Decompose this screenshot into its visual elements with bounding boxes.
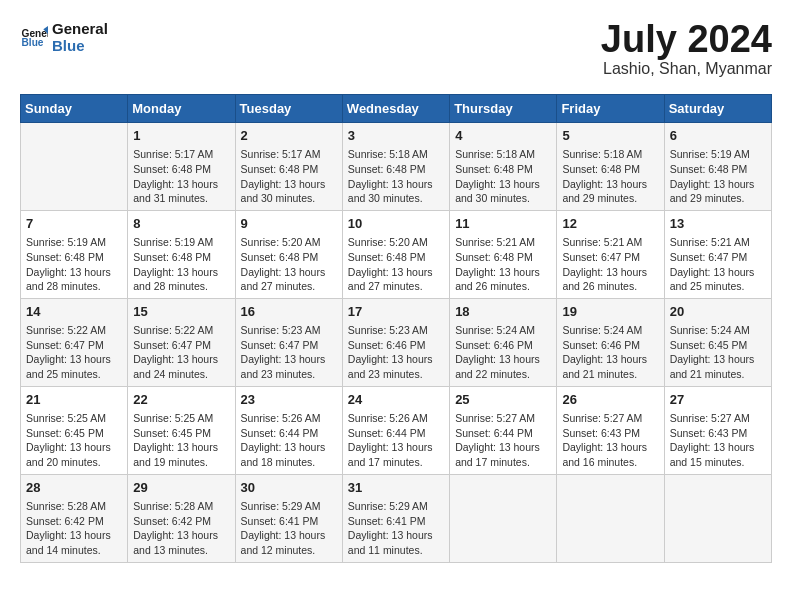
day-number: 15 [133,303,229,321]
day-info: Sunrise: 5:18 AMSunset: 6:48 PMDaylight:… [562,147,658,206]
calendar-table: SundayMondayTuesdayWednesdayThursdayFrid… [20,94,772,563]
day-info: Sunrise: 5:19 AMSunset: 6:48 PMDaylight:… [133,235,229,294]
day-info: Sunrise: 5:19 AMSunset: 6:48 PMDaylight:… [26,235,122,294]
day-number: 22 [133,391,229,409]
day-info: Sunrise: 5:28 AMSunset: 6:42 PMDaylight:… [133,499,229,558]
col-header-wednesday: Wednesday [342,95,449,123]
col-header-sunday: Sunday [21,95,128,123]
calendar-cell: 31Sunrise: 5:29 AMSunset: 6:41 PMDayligh… [342,474,449,562]
logo-icon: General Blue [20,23,48,51]
day-info: Sunrise: 5:27 AMSunset: 6:43 PMDaylight:… [562,411,658,470]
day-number: 4 [455,127,551,145]
day-info: Sunrise: 5:17 AMSunset: 6:48 PMDaylight:… [133,147,229,206]
day-number: 1 [133,127,229,145]
day-number: 12 [562,215,658,233]
day-number: 10 [348,215,444,233]
day-info: Sunrise: 5:24 AMSunset: 6:46 PMDaylight:… [562,323,658,382]
day-info: Sunrise: 5:29 AMSunset: 6:41 PMDaylight:… [348,499,444,558]
day-info: Sunrise: 5:18 AMSunset: 6:48 PMDaylight:… [455,147,551,206]
day-info: Sunrise: 5:21 AMSunset: 6:47 PMDaylight:… [670,235,766,294]
day-number: 31 [348,479,444,497]
day-info: Sunrise: 5:25 AMSunset: 6:45 PMDaylight:… [26,411,122,470]
calendar-cell [664,474,771,562]
day-info: Sunrise: 5:23 AMSunset: 6:47 PMDaylight:… [241,323,337,382]
day-info: Sunrise: 5:19 AMSunset: 6:48 PMDaylight:… [670,147,766,206]
calendar-cell: 1Sunrise: 5:17 AMSunset: 6:48 PMDaylight… [128,123,235,211]
day-number: 3 [348,127,444,145]
calendar-cell: 12Sunrise: 5:21 AMSunset: 6:47 PMDayligh… [557,210,664,298]
col-header-saturday: Saturday [664,95,771,123]
calendar-cell: 25Sunrise: 5:27 AMSunset: 6:44 PMDayligh… [450,386,557,474]
calendar-cell: 8Sunrise: 5:19 AMSunset: 6:48 PMDaylight… [128,210,235,298]
day-info: Sunrise: 5:25 AMSunset: 6:45 PMDaylight:… [133,411,229,470]
col-header-tuesday: Tuesday [235,95,342,123]
calendar-cell: 16Sunrise: 5:23 AMSunset: 6:47 PMDayligh… [235,298,342,386]
calendar-cell: 7Sunrise: 5:19 AMSunset: 6:48 PMDaylight… [21,210,128,298]
day-number: 6 [670,127,766,145]
calendar-cell: 21Sunrise: 5:25 AMSunset: 6:45 PMDayligh… [21,386,128,474]
day-number: 9 [241,215,337,233]
month-title: July 2024 [601,20,772,58]
calendar-cell: 13Sunrise: 5:21 AMSunset: 6:47 PMDayligh… [664,210,771,298]
day-number: 2 [241,127,337,145]
calendar-cell: 23Sunrise: 5:26 AMSunset: 6:44 PMDayligh… [235,386,342,474]
calendar-cell: 3Sunrise: 5:18 AMSunset: 6:48 PMDaylight… [342,123,449,211]
calendar-cell: 27Sunrise: 5:27 AMSunset: 6:43 PMDayligh… [664,386,771,474]
calendar-cell: 30Sunrise: 5:29 AMSunset: 6:41 PMDayligh… [235,474,342,562]
day-number: 25 [455,391,551,409]
col-header-monday: Monday [128,95,235,123]
calendar-cell: 24Sunrise: 5:26 AMSunset: 6:44 PMDayligh… [342,386,449,474]
calendar-cell: 5Sunrise: 5:18 AMSunset: 6:48 PMDaylight… [557,123,664,211]
day-number: 13 [670,215,766,233]
calendar-cell: 2Sunrise: 5:17 AMSunset: 6:48 PMDaylight… [235,123,342,211]
day-info: Sunrise: 5:18 AMSunset: 6:48 PMDaylight:… [348,147,444,206]
page-header: General Blue General Blue July 2024 Lash… [20,20,772,78]
day-info: Sunrise: 5:17 AMSunset: 6:48 PMDaylight:… [241,147,337,206]
day-number: 14 [26,303,122,321]
title-block: July 2024 Lashio, Shan, Myanmar [601,20,772,78]
calendar-cell: 11Sunrise: 5:21 AMSunset: 6:48 PMDayligh… [450,210,557,298]
day-number: 24 [348,391,444,409]
day-number: 17 [348,303,444,321]
day-info: Sunrise: 5:24 AMSunset: 6:46 PMDaylight:… [455,323,551,382]
calendar-cell: 14Sunrise: 5:22 AMSunset: 6:47 PMDayligh… [21,298,128,386]
calendar-cell: 26Sunrise: 5:27 AMSunset: 6:43 PMDayligh… [557,386,664,474]
day-info: Sunrise: 5:21 AMSunset: 6:47 PMDaylight:… [562,235,658,294]
calendar-cell: 19Sunrise: 5:24 AMSunset: 6:46 PMDayligh… [557,298,664,386]
day-number: 11 [455,215,551,233]
calendar-cell [21,123,128,211]
day-info: Sunrise: 5:26 AMSunset: 6:44 PMDaylight:… [348,411,444,470]
col-header-friday: Friday [557,95,664,123]
calendar-cell: 10Sunrise: 5:20 AMSunset: 6:48 PMDayligh… [342,210,449,298]
calendar-cell: 9Sunrise: 5:20 AMSunset: 6:48 PMDaylight… [235,210,342,298]
calendar-cell: 15Sunrise: 5:22 AMSunset: 6:47 PMDayligh… [128,298,235,386]
calendar-cell: 22Sunrise: 5:25 AMSunset: 6:45 PMDayligh… [128,386,235,474]
day-info: Sunrise: 5:20 AMSunset: 6:48 PMDaylight:… [241,235,337,294]
calendar-cell: 17Sunrise: 5:23 AMSunset: 6:46 PMDayligh… [342,298,449,386]
day-number: 27 [670,391,766,409]
day-info: Sunrise: 5:21 AMSunset: 6:48 PMDaylight:… [455,235,551,294]
day-info: Sunrise: 5:29 AMSunset: 6:41 PMDaylight:… [241,499,337,558]
calendar-cell: 6Sunrise: 5:19 AMSunset: 6:48 PMDaylight… [664,123,771,211]
day-number: 20 [670,303,766,321]
calendar-cell: 29Sunrise: 5:28 AMSunset: 6:42 PMDayligh… [128,474,235,562]
day-info: Sunrise: 5:20 AMSunset: 6:48 PMDaylight:… [348,235,444,294]
day-info: Sunrise: 5:28 AMSunset: 6:42 PMDaylight:… [26,499,122,558]
logo: General Blue General Blue [20,20,108,55]
day-number: 26 [562,391,658,409]
logo-line2: Blue [52,37,108,54]
day-info: Sunrise: 5:27 AMSunset: 6:43 PMDaylight:… [670,411,766,470]
day-info: Sunrise: 5:23 AMSunset: 6:46 PMDaylight:… [348,323,444,382]
calendar-cell [450,474,557,562]
calendar-cell: 18Sunrise: 5:24 AMSunset: 6:46 PMDayligh… [450,298,557,386]
calendar-cell [557,474,664,562]
day-number: 7 [26,215,122,233]
day-number: 21 [26,391,122,409]
logo-line1: General [52,20,108,37]
calendar-cell: 4Sunrise: 5:18 AMSunset: 6:48 PMDaylight… [450,123,557,211]
svg-text:Blue: Blue [22,38,44,49]
day-info: Sunrise: 5:22 AMSunset: 6:47 PMDaylight:… [26,323,122,382]
day-number: 8 [133,215,229,233]
day-number: 23 [241,391,337,409]
day-number: 5 [562,127,658,145]
